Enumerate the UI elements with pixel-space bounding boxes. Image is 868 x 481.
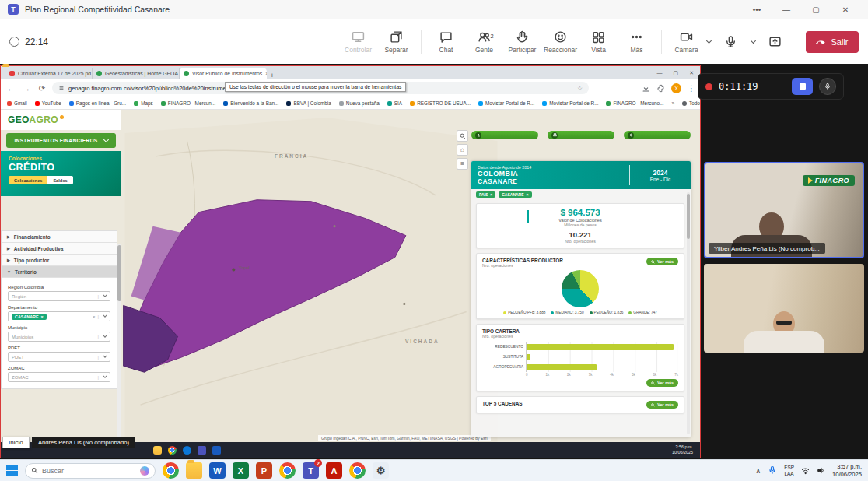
gente-button[interactable]: 2 Gente (466, 23, 502, 61)
municipio-select[interactable]: Municipios | (8, 332, 110, 342)
mas-button[interactable]: Más (618, 23, 655, 61)
separar-button[interactable]: Separar (378, 23, 415, 61)
taskbar-excel-icon[interactable]: X (233, 462, 249, 479)
browser-tab-3-active[interactable]: Visor Público de Instrumentos × (180, 68, 267, 79)
casanare-filter-tag[interactable]: CASANARE× (499, 191, 531, 198)
taskbar-settings-icon[interactable]: ⚙ (373, 462, 389, 479)
teams-icon[interactable] (198, 446, 206, 455)
taskbar-clock[interactable]: 3:57 p.m. 10/06/2025 (832, 463, 862, 479)
scrollbar-thumb[interactable] (687, 194, 690, 239)
bookmark-youtube[interactable]: YouTube (35, 100, 61, 106)
participar-button[interactable]: Participar (504, 23, 541, 61)
bookmark-registro[interactable]: REGISTRO DE USUA... (410, 100, 471, 106)
cadenas-ver-mas-button[interactable]: Ver más (646, 401, 678, 409)
map-home-button[interactable]: ⌂ (457, 144, 468, 156)
language-indicator[interactable]: ESP LAA (784, 465, 794, 477)
video-tile-yilber[interactable]: FINAGRO Yilber Andres Peña Lis (No compr… (704, 162, 864, 258)
vista-button[interactable]: Vista (580, 23, 617, 61)
bookmark-bbva[interactable]: BBVA | Colombia (286, 100, 331, 106)
browser-tab-1[interactable]: Circular Externa 17 de 2025.pd (5, 68, 93, 79)
bookmark-pagos[interactable]: Pagos en línea - Gru... (69, 100, 126, 106)
more-options-icon[interactable]: ••• (742, 0, 772, 19)
cartera-ver-mas-button[interactable]: Ver más (646, 379, 678, 387)
mic-in-use-icon[interactable] (768, 464, 777, 478)
back-icon[interactable]: ← (5, 84, 16, 93)
sidebar-scrollbar[interactable] (117, 244, 121, 442)
all-bookmarks[interactable]: Todos los marcadores (682, 100, 700, 106)
remove-tag-icon[interactable]: × (527, 192, 529, 197)
stats-scrollbar[interactable] (687, 192, 690, 434)
taskbar-browser-icon[interactable] (279, 462, 296, 479)
departamento-select[interactable]: CASANARE× × | (8, 311, 110, 321)
profile-avatar[interactable]: X (671, 83, 681, 93)
wifi-icon[interactable] (801, 466, 810, 475)
bookmark-banco[interactable]: Bienvenido a la Ban... (223, 100, 278, 106)
camara-button[interactable]: Cámara (668, 23, 705, 61)
zomac-select[interactable]: ZOMAC | (8, 372, 110, 382)
maximize-button[interactable]: ▢ (801, 0, 831, 19)
export-button[interactable] (471, 131, 538, 139)
controlar-button[interactable]: Controlar (340, 23, 376, 61)
bookmark-sia[interactable]: SIA (387, 100, 402, 106)
bookmark-movistar-2[interactable]: Movistar Portal de R... (542, 100, 598, 106)
browser-minimize[interactable]: — (657, 70, 663, 76)
bookmark-movistar-1[interactable]: Movistar Portal de R... (478, 100, 534, 106)
new-tab-button[interactable]: + (267, 72, 278, 79)
bookmark-finagro-2[interactable]: FINAGRO - Mercuno... (606, 100, 663, 106)
download-icon[interactable] (642, 84, 650, 93)
bookmark-star-icon[interactable]: ☆ (577, 85, 583, 92)
browser-menu-icon[interactable]: ⋮ (688, 84, 695, 93)
tray-expand-icon[interactable]: ∧ (756, 467, 761, 475)
word-icon[interactable] (212, 446, 221, 455)
cartera-chart[interactable]: REDESCUENTO SUSTITUTA AGROPECUARIA (526, 342, 678, 372)
casanare-tag[interactable]: CASANARE× (12, 314, 47, 320)
filter-tipo-productor[interactable]: ▶Tipo productor (2, 255, 117, 266)
browser-maximize[interactable]: ▢ (674, 70, 679, 76)
remove-tag-icon[interactable]: × (490, 192, 492, 197)
extensions-icon[interactable] (656, 84, 665, 93)
filter-actividad-productiva[interactable]: ▶Actividad Productiva (2, 243, 117, 255)
browser-tab-2[interactable]: Geoestadísticas | Home GEOA... (93, 68, 180, 79)
copilot-icon[interactable] (140, 466, 149, 476)
taskbar-teams-icon[interactable]: T 2 (303, 462, 319, 479)
producer-pie[interactable] (562, 270, 599, 307)
reaccionar-button[interactable]: Reaccionar (542, 23, 579, 61)
share-screen-button[interactable] (757, 23, 793, 61)
edge-icon[interactable] (183, 446, 191, 455)
bar-redescuento[interactable] (527, 344, 674, 350)
stop-recording-button[interactable] (792, 78, 813, 95)
producer-ver-mas-button[interactable]: Ver más (646, 258, 678, 265)
bookmark-nueva-pestana[interactable]: Nueva pestaña (339, 100, 380, 106)
bookmark-maps[interactable]: Maps (134, 100, 153, 106)
instrumentos-financieros-button[interactable]: INSTRUMENTOS FINANCIEROS (6, 133, 116, 148)
map-search-button[interactable] (457, 130, 468, 142)
mic-button[interactable] (712, 23, 749, 61)
tab-saldos[interactable]: Saldos (47, 176, 72, 184)
salir-button[interactable]: Salir (806, 31, 859, 53)
browser-close[interactable]: ✕ (689, 70, 694, 76)
map-layers-button[interactable]: ≡ (457, 158, 468, 170)
filter-territorio[interactable]: ▼Territorio (2, 266, 117, 278)
taskbar-word-icon[interactable]: W (209, 462, 226, 479)
reload-icon[interactable]: ⟳ (37, 84, 47, 93)
recording-mic-button[interactable] (819, 78, 836, 95)
filter-financiamiento[interactable]: ▶Financiamiento (2, 231, 117, 243)
volume-icon[interactable] (817, 466, 825, 475)
pais-tag[interactable]: PAIS× (476, 191, 495, 198)
bookmarks-overflow-icon[interactable]: » (671, 100, 674, 106)
taskbar-acrobat-icon[interactable]: A (326, 462, 342, 479)
chat-button[interactable]: Chat (428, 23, 464, 61)
scrollbar-thumb[interactable] (117, 245, 121, 301)
bar-sustituta[interactable] (527, 354, 530, 360)
close-button[interactable]: ✕ (831, 0, 860, 19)
chrome-icon[interactable] (168, 446, 177, 455)
print-button[interactable] (548, 131, 614, 139)
pdet-select[interactable]: PDET | (8, 352, 110, 362)
start-button[interactable] (6, 465, 18, 476)
bar-agropecuaria[interactable] (527, 364, 597, 370)
remove-tag-icon[interactable]: × (41, 314, 44, 319)
taskbar-powerpoint-icon[interactable]: P (256, 462, 272, 479)
search-input[interactable] (42, 467, 128, 475)
visibility-button[interactable] (624, 131, 691, 139)
explorer-icon[interactable] (153, 446, 162, 455)
